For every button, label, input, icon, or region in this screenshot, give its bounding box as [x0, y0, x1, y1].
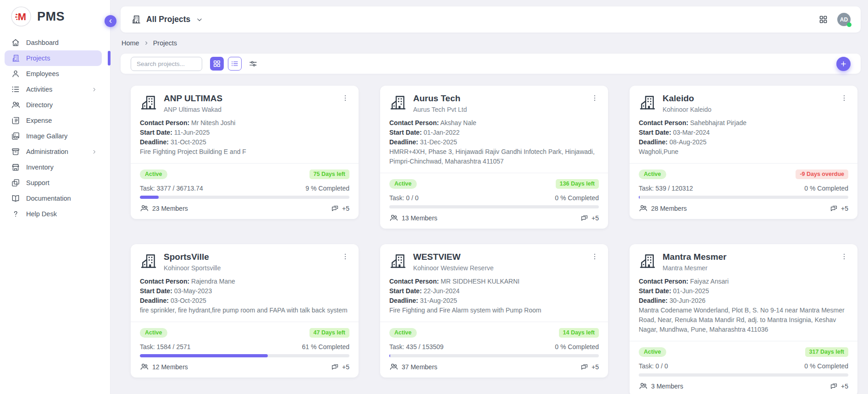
contact-person-row: Contact Person: Akshay Nale	[389, 118, 599, 128]
project-card[interactable]: Mantra Mesmer Mantra Mesmer Contact Pers…	[630, 244, 857, 394]
project-cards-grid: ANP ULTIMAS ANP Ultimas Wakad Contact Pe…	[121, 86, 861, 394]
project-title: Mantra Mesmer	[663, 252, 840, 263]
completed-percent: 0 % Completed	[804, 185, 848, 192]
progress-bar	[639, 373, 848, 377]
comments-count[interactable]: +5	[829, 382, 848, 390]
sidebar-item[interactable]: Administration	[5, 144, 102, 159]
progress-bar	[140, 196, 349, 199]
contact-person-value: Faiyaz Ansari	[690, 278, 729, 285]
sidebar-item[interactable]: Help Desk	[5, 206, 102, 222]
store-icon	[11, 163, 20, 172]
search-input[interactable]	[131, 57, 202, 71]
completed-percent: 0 % Completed	[555, 194, 599, 202]
members-count: 28 Members	[639, 204, 687, 213]
breadcrumb: Home Projects	[121, 33, 861, 47]
start-date-value: 22-Jun-2024	[424, 287, 460, 295]
page-title: All Projects	[146, 15, 190, 24]
members-count: 13 Members	[389, 213, 437, 222]
sidebar-nav: Dashboard Projects Employees	[0, 31, 110, 222]
kebab-menu-icon[interactable]	[341, 252, 349, 261]
project-title: SportsVille	[164, 252, 341, 263]
comments-count[interactable]: +5	[331, 204, 349, 213]
building-icon	[389, 252, 407, 270]
project-subtitle: Kohinoor Sportsville	[164, 264, 341, 272]
start-date-value: 03-Mar-2024	[673, 129, 710, 136]
contact-person-value: Sahebhajrat Pirjade	[690, 119, 746, 126]
building-icon	[140, 94, 157, 111]
project-subtitle: ANP Ultimas Wakad	[164, 105, 341, 114]
project-title: ANP ULTIMAS	[164, 93, 341, 104]
progress-bar	[140, 354, 349, 357]
book-icon	[11, 194, 20, 203]
progress-bar	[389, 205, 599, 208]
project-card[interactable]: ANP ULTIMAS ANP Ultimas Wakad Contact Pe…	[131, 86, 359, 219]
project-description: fire sprinkler, fire hydrant,fire pump r…	[140, 306, 349, 315]
project-subtitle: Aurus Tech Pvt Ltd	[413, 105, 591, 114]
user-avatar[interactable]: AD	[837, 13, 851, 26]
start-date-value: 01-Jan-2022	[424, 129, 460, 136]
project-subtitle: Kohinoor Westview Reserve	[413, 264, 591, 272]
users-icon	[11, 100, 20, 109]
comments-count[interactable]: +5	[580, 362, 599, 371]
sidebar: M PMS Dashboard	[0, 0, 111, 394]
users-icon	[639, 382, 647, 390]
sidebar-item[interactable]: Inventory	[5, 159, 102, 175]
comments-count[interactable]: +5	[829, 204, 848, 213]
users-icon	[389, 362, 398, 371]
sidebar-item[interactable]: Expense	[5, 113, 102, 128]
deadline-value: 03-Oct-2025	[171, 297, 206, 304]
kebab-menu-icon[interactable]	[591, 252, 599, 261]
receipt-icon	[11, 116, 20, 125]
progress-fill	[639, 196, 640, 199]
filter-sliders-icon[interactable]	[246, 57, 260, 71]
breadcrumb-home[interactable]: Home	[122, 39, 139, 47]
page-header: All Projects AD	[121, 6, 861, 33]
sidebar-item[interactable]: Activities	[5, 82, 102, 97]
building-icon	[131, 14, 141, 25]
task-count: Task: 1584 / 2571	[140, 343, 191, 350]
app-title: PMS	[37, 10, 65, 24]
kebab-menu-icon[interactable]	[591, 94, 599, 102]
comments-count[interactable]: +5	[331, 362, 349, 371]
project-card[interactable]: SportsVille Kohinoor Sportsville Contact…	[131, 244, 359, 378]
sidebar-item[interactable]: Support	[5, 175, 102, 191]
online-status-dot	[847, 22, 851, 27]
deadline-value: 31-Aug-2025	[420, 297, 457, 304]
sidebar-item[interactable]: Dashboard	[5, 35, 102, 50]
deadline-row: Deadline: 03-Oct-2025	[140, 296, 349, 306]
kebab-menu-icon[interactable]	[840, 94, 848, 102]
projects-filter-dropdown[interactable]: All Projects	[131, 14, 204, 25]
sidebar-item[interactable]: Documentation	[5, 191, 102, 206]
header-actions: AD	[818, 13, 851, 26]
progress-fill	[140, 196, 159, 199]
status-badge: Active	[389, 328, 417, 338]
sidebar-item[interactable]: Directory	[5, 97, 102, 113]
contact-person-value: Rajendra Mane	[191, 278, 235, 285]
add-project-button[interactable]	[836, 57, 851, 71]
sidebar-item[interactable]: Employees	[5, 66, 102, 82]
kebab-menu-icon[interactable]	[840, 252, 848, 261]
sidebar-collapse-button[interactable]	[105, 15, 116, 27]
list-view-button[interactable]	[228, 57, 242, 71]
days-badge: -9 Days overdue	[796, 170, 848, 179]
contact-person-value: Mr Nitesh Joshi	[191, 119, 235, 126]
kebab-menu-icon[interactable]	[341, 94, 349, 102]
deadline-row: Deadline: 31-Oct-2025	[140, 137, 349, 147]
chat-bubbles-icon	[580, 213, 589, 222]
copy-icon	[11, 178, 20, 187]
contact-person-value: MR SIDDHESH KULKARNI	[441, 278, 520, 285]
project-subtitle: Mantra Mesmer	[663, 264, 840, 272]
grid-view-button[interactable]	[210, 57, 224, 71]
image-icon	[11, 131, 20, 141]
sidebar-item[interactable]: Image Gallary	[5, 128, 102, 144]
apps-grid-icon[interactable]	[818, 15, 828, 24]
project-description: HMRR+4XH, Phase 3, Hinjawadi Rajiv Gandh…	[389, 147, 599, 166]
app-root: M PMS Dashboard	[0, 0, 868, 394]
comments-count[interactable]: +5	[580, 213, 599, 222]
project-card[interactable]: Aurus Tech Aurus Tech Pvt Ltd Contact Pe…	[380, 86, 608, 229]
project-card[interactable]: WESTVIEW Kohinoor Westview Reserve Conta…	[380, 244, 608, 378]
status-badge: Active	[639, 170, 666, 179]
project-card[interactable]: Kaleido Kohinoor Kaleido Contact Person:…	[630, 86, 857, 219]
project-description: Mantra Codename Wonderland, Plot B, S. N…	[639, 306, 848, 334]
sidebar-item[interactable]: Projects	[5, 50, 102, 66]
